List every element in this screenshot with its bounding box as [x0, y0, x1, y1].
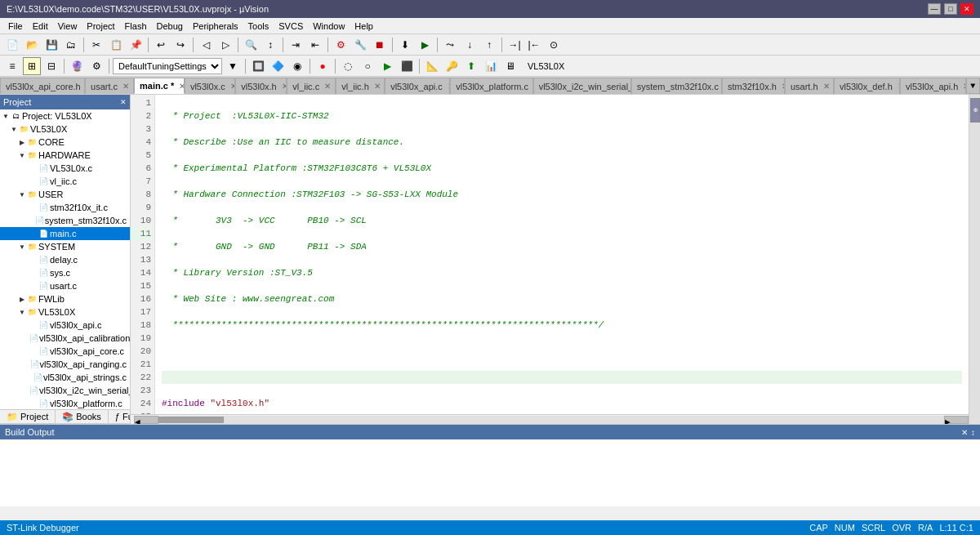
tab-vl53l0x-api-h[interactable]: vl53l0x_api.h✕ — [900, 78, 966, 94]
view-btn-3[interactable]: ⊟ — [42, 57, 60, 75]
tree-item-vl53l0x-c[interactable]: 📄 VL53L0x.c — [0, 162, 130, 175]
tab-vl53l0x-api-c[interactable]: vl53l0x_api.c✕ — [385, 78, 450, 94]
tree-item-core[interactable]: ▶ 📁 CORE — [0, 136, 130, 149]
conf-btn-8[interactable]: ⬛ — [398, 57, 416, 75]
tree-item-api-str[interactable]: 📄 vl53l0x_api_strings.c — [0, 371, 130, 384]
tab-vl-iic-c[interactable]: vl_iic.c✕ — [287, 78, 336, 94]
tree-item-api-rang[interactable]: 📄 vl53l0x_api_ranging.c — [0, 358, 130, 371]
horizontal-scrollbar[interactable]: ◀ ▶ — [131, 414, 969, 424]
tree-item-user[interactable]: ▼ 📁 USER — [0, 188, 130, 201]
indent-button[interactable]: ⇥ — [287, 36, 305, 54]
menu-tools[interactable]: Tools — [243, 20, 274, 33]
build-output-content[interactable] — [0, 439, 980, 506]
menu-peripherals[interactable]: Peripherals — [188, 20, 243, 33]
project-panel-close-btn[interactable]: ✕ — [120, 98, 127, 106]
maximize-button[interactable]: □ — [944, 3, 957, 15]
tab-system-stm32[interactable]: system_stm32f10x.c✕ — [631, 78, 722, 94]
tab-close-icon[interactable]: ✕ — [324, 82, 331, 91]
tab-vl53l0x-h[interactable]: vl53l0x.h✕ — [235, 78, 287, 94]
tree-item-api-core[interactable]: 📄 vl53l0x_api_core.c — [0, 345, 130, 358]
menu-edit[interactable]: Edit — [28, 20, 53, 33]
show-next-button[interactable]: ⊙ — [545, 36, 563, 54]
conf-btn-4[interactable]: ● — [314, 57, 332, 75]
tab-usart-c[interactable]: usart.c✕ — [85, 78, 134, 94]
tree-item-sys-c[interactable]: 📄 sys.c — [0, 266, 130, 279]
minimize-button[interactable]: — — [928, 3, 941, 15]
find-button[interactable]: 🔍 — [242, 36, 260, 54]
tab-close-icon[interactable]: ✕ — [230, 82, 236, 91]
tree-item-vl53l0x-target[interactable]: ▼ 📁 VL53L0X — [0, 123, 130, 136]
copy-button[interactable]: 📋 — [107, 36, 125, 54]
pbt-project[interactable]: 📁 Project — [0, 410, 56, 423]
conf-btn-1[interactable]: 🔲 — [249, 57, 267, 75]
tree-item-system[interactable]: ▼ 📁 SYSTEM — [0, 240, 130, 253]
view-btn-2[interactable]: ⊞ — [23, 57, 41, 75]
open-button[interactable]: 📂 — [23, 36, 41, 54]
tree-item-main-c[interactable]: 📄 main.c — [0, 227, 130, 240]
hscroll-left-btn[interactable]: ◀ — [134, 416, 158, 424]
tab-vl53l0x-c[interactable]: vl53l0x.c✕ — [185, 78, 235, 94]
build-button[interactable]: ⚙ — [332, 36, 350, 54]
paste-button[interactable]: 📌 — [127, 36, 145, 54]
tab-close-icon[interactable]: ✕ — [823, 82, 830, 91]
hscroll-right-btn[interactable]: ▶ — [944, 416, 969, 424]
rs-button-1[interactable]: ⊕ — [970, 98, 980, 123]
tab-vl53l0x-platform-c[interactable]: vl53l0x_platform.c✕ — [450, 78, 532, 94]
conf-btn-11[interactable]: ⬆ — [462, 57, 480, 75]
tree-item-fwlib[interactable]: ▶ 📁 FWLib — [0, 292, 130, 305]
conf-btn-13[interactable]: 🖥 — [501, 57, 519, 75]
tree-item-api-c[interactable]: 📄 vl53l0x_api.c — [0, 319, 130, 332]
tab-close-icon[interactable]: ✕ — [122, 82, 129, 91]
navigate-fwd-button[interactable]: ▷ — [216, 36, 234, 54]
conf-btn-9[interactable]: 📐 — [423, 57, 441, 75]
menu-file[interactable]: File — [3, 20, 28, 33]
replace-button[interactable]: ↕ — [261, 36, 279, 54]
tree-item-hardware[interactable]: ▼ 📁 HARDWARE — [0, 149, 130, 162]
tab-stm32f10x-h[interactable]: stm32f10x.h✕ — [722, 78, 785, 94]
tab-vl53l0x-api-core-h[interactable]: vl53l0x_api_core.h✕ — [0, 78, 85, 94]
pbt-books[interactable]: 📚 Books — [56, 410, 109, 423]
menu-flash[interactable]: Flash — [120, 20, 152, 33]
tab-vl53l0x-def-h[interactable]: vl53l0x_def.h✕ — [834, 78, 900, 94]
new-file-button[interactable]: 📄 — [3, 36, 21, 54]
conf-btn-5[interactable]: ◌ — [339, 57, 357, 75]
menu-view[interactable]: View — [53, 20, 82, 33]
tab-overflow-button[interactable]: ▼ — [966, 78, 980, 94]
tree-item-vl-iic-c[interactable]: 📄 vl_iic.c — [0, 175, 130, 188]
tree-item-i2c-win[interactable]: 📄 vl53l0x_i2c_win_serial_co — [0, 384, 130, 397]
save-button[interactable]: 💾 — [42, 36, 60, 54]
wizard-btn[interactable]: 🔮 — [68, 57, 86, 75]
tree-item-root[interactable]: ▼ 🗂 Project: VL53L0X — [0, 109, 130, 123]
navigate-back-button[interactable]: ◁ — [197, 36, 215, 54]
tab-close-icon[interactable]: ✕ — [179, 82, 185, 91]
tab-close-icon[interactable]: ✕ — [374, 82, 381, 91]
hscroll-thumb[interactable] — [158, 417, 224, 423]
menu-debug[interactable]: Debug — [152, 20, 188, 33]
tree-item-platform[interactable]: 📄 vl53l0x_platform.c — [0, 397, 130, 409]
tree-item-delay-c[interactable]: 📄 delay.c — [0, 253, 130, 266]
code-text-area[interactable]: * Project :VL53L0X-IIC-STM32 * Describe … — [155, 95, 969, 414]
set-pc-button[interactable]: |← — [525, 36, 543, 54]
cut-button[interactable]: ✂ — [87, 36, 105, 54]
conf-btn-12[interactable]: 📊 — [482, 57, 500, 75]
stop-build-button[interactable]: ⏹ — [371, 36, 389, 54]
close-button[interactable]: ✕ — [960, 3, 973, 15]
tree-item-system-stm32[interactable]: 📄 system_stm32f10x.c — [0, 214, 130, 227]
menu-help[interactable]: Help — [350, 20, 378, 33]
tab-main-c[interactable]: main.c *✕ — [134, 78, 185, 94]
pbt-funct[interactable]: ƒ Funct... — [109, 410, 131, 423]
download-button[interactable]: ⬇ — [396, 36, 414, 54]
tab-vl53l0x-i2c[interactable]: vl53l0x_i2c_win_serial_comms.c✕ — [533, 78, 631, 94]
tree-item-stm32f10x-it[interactable]: 📄 stm32f10x_it.c — [0, 201, 130, 214]
tuning-dropdown[interactable]: DefaultTuningSettings — [113, 58, 222, 74]
step-out-button[interactable]: ↑ — [480, 36, 498, 54]
menu-project[interactable]: Project — [82, 20, 119, 33]
tree-item-api-cal[interactable]: 📄 vl53l0x_api_calibration.c — [0, 332, 130, 345]
hscroll-track[interactable] — [158, 416, 944, 424]
menu-window[interactable]: Window — [308, 20, 350, 33]
tree-item-usart-c[interactable]: 📄 usart.c — [0, 279, 130, 292]
start-debug-button[interactable]: ▶ — [416, 36, 434, 54]
conf-btn-7[interactable]: ▶ — [378, 57, 396, 75]
rebuild-button[interactable]: 🔧 — [351, 36, 369, 54]
conf-btn-2[interactable]: 🔷 — [269, 57, 287, 75]
